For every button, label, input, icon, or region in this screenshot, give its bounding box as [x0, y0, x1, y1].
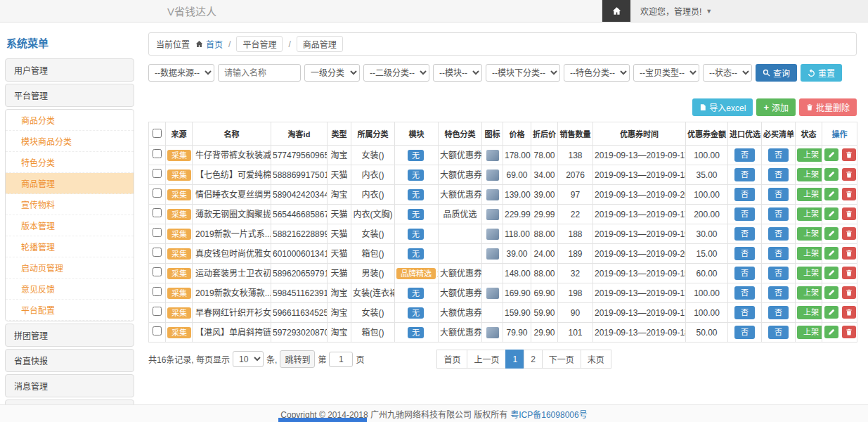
page-button[interactable]: 首页 — [436, 350, 467, 369]
filter-select[interactable]: --宝贝类型-- — [633, 64, 699, 82]
sidebar-submenu-item[interactable]: 平台配置 — [6, 300, 134, 321]
status-toggle[interactable]: 上架 — [797, 168, 822, 181]
delete-button[interactable] — [842, 326, 856, 338]
delete-button[interactable] — [842, 267, 856, 279]
page-button[interactable]: 末页 — [581, 350, 611, 369]
sidebar-submenu-item[interactable]: 启动页管理 — [6, 257, 134, 279]
edit-button[interactable] — [824, 148, 838, 161]
must-buy-toggle[interactable]: 否 — [768, 227, 789, 240]
sidebar-menu-item[interactable]: 用户管理 — [5, 58, 134, 82]
row-checkbox[interactable] — [153, 307, 162, 316]
sidebar-menu-item[interactable]: 平台管理 — [5, 84, 134, 107]
edit-button[interactable] — [824, 168, 838, 181]
edit-button[interactable] — [824, 267, 838, 279]
page-number-input[interactable] — [329, 352, 353, 367]
edit-button[interactable] — [824, 207, 838, 220]
import-select-toggle[interactable]: 否 — [734, 148, 755, 161]
sidebar-submenu-item[interactable]: 版本管理 — [6, 215, 134, 236]
import-select-toggle[interactable]: 否 — [734, 267, 755, 279]
breadcrumb-item[interactable]: 商品管理 — [297, 36, 343, 52]
name-search-input[interactable] — [218, 64, 301, 82]
row-checkbox[interactable] — [153, 169, 162, 178]
page-button[interactable]: 2 — [524, 350, 543, 369]
sidebar-submenu-item[interactable]: 商品分类 — [6, 110, 134, 131]
filter-select[interactable]: --特色分类-- — [564, 64, 630, 82]
icp-link[interactable]: 粤ICP备16098006号 — [510, 408, 587, 420]
add-button[interactable]: + 添加 — [756, 98, 796, 116]
import-excel-button[interactable]: 导入excel — [692, 98, 753, 116]
page-button[interactable]: 上一页 — [467, 350, 506, 369]
filter-select[interactable]: 一级分类 — [304, 64, 360, 82]
status-toggle[interactable]: 上架 — [797, 326, 822, 338]
edit-button[interactable] — [824, 326, 838, 338]
edit-button[interactable] — [824, 286, 838, 299]
edit-button[interactable] — [824, 188, 838, 200]
sidebar-submenu-item[interactable]: 特色分类 — [6, 152, 134, 173]
jump-button[interactable]: 跳转到 — [280, 350, 315, 368]
status-toggle[interactable]: 上架 — [797, 227, 822, 240]
import-select-toggle[interactable]: 否 — [734, 247, 755, 260]
delete-button[interactable] — [842, 168, 856, 181]
sidebar-submenu-item[interactable]: 轮播管理 — [6, 236, 134, 257]
row-checkbox[interactable] — [153, 267, 162, 276]
status-toggle[interactable]: 上架 — [797, 306, 822, 319]
must-buy-toggle[interactable]: 否 — [768, 267, 789, 279]
filter-select[interactable]: --二级分类-- — [363, 64, 429, 82]
page-button[interactable]: 1 — [505, 350, 524, 369]
row-checkbox[interactable] — [153, 248, 162, 257]
must-buy-toggle[interactable]: 否 — [768, 148, 789, 161]
row-checkbox[interactable] — [153, 228, 162, 237]
search-button[interactable]: 查询 — [756, 64, 797, 82]
breadcrumb-home-link[interactable]: 首页 — [195, 38, 223, 50]
delete-button[interactable] — [842, 188, 856, 200]
row-checkbox[interactable] — [153, 149, 162, 158]
import-select-toggle[interactable]: 否 — [734, 306, 755, 319]
home-button[interactable] — [602, 0, 630, 22]
filter-select[interactable]: --模块-- — [433, 64, 482, 82]
delete-button[interactable] — [842, 227, 856, 240]
delete-button[interactable] — [842, 207, 856, 220]
import-select-toggle[interactable]: 否 — [734, 207, 755, 220]
must-buy-toggle[interactable]: 否 — [768, 168, 789, 181]
status-toggle[interactable]: 上架 — [797, 286, 822, 299]
sidebar-submenu-item[interactable]: 商品管理 — [6, 173, 134, 194]
filter-select-data-source[interactable]: --数据来源-- — [148, 64, 214, 82]
sidebar-submenu-item[interactable]: 模块商品分类 — [6, 131, 134, 152]
row-checkbox[interactable] — [153, 287, 162, 296]
select-all-checkbox[interactable] — [153, 129, 162, 138]
edit-button[interactable] — [824, 227, 838, 240]
status-toggle[interactable]: 上架 — [797, 247, 822, 260]
page-button[interactable]: 下一页 — [542, 350, 581, 369]
sidebar-submenu-item[interactable]: 宣传物料 — [6, 194, 134, 215]
sidebar-menu-item[interactable]: 消息管理 — [5, 374, 134, 397]
sidebar-submenu-item[interactable]: 意见反馈 — [6, 279, 134, 300]
status-toggle[interactable]: 上架 — [797, 188, 822, 200]
import-select-toggle[interactable]: 否 — [734, 168, 755, 181]
row-checkbox[interactable] — [153, 326, 162, 335]
must-buy-toggle[interactable]: 否 — [768, 286, 789, 299]
delete-button[interactable] — [842, 247, 856, 260]
import-select-toggle[interactable]: 否 — [734, 188, 755, 200]
status-toggle[interactable]: 上架 — [797, 207, 822, 220]
row-checkbox[interactable] — [153, 208, 162, 217]
sidebar-menu-item[interactable]: 拼团管理 — [5, 324, 134, 347]
row-checkbox[interactable] — [153, 188, 162, 198]
import-select-toggle[interactable]: 否 — [734, 326, 755, 338]
must-buy-toggle[interactable]: 否 — [768, 247, 789, 260]
batch-delete-button[interactable]: 批量删除 — [799, 98, 857, 116]
must-buy-toggle[interactable]: 否 — [768, 326, 789, 338]
edit-button[interactable] — [824, 247, 838, 260]
delete-button[interactable] — [842, 148, 856, 161]
filter-select[interactable]: --模块下分类-- — [486, 64, 560, 82]
must-buy-toggle[interactable]: 否 — [768, 188, 789, 200]
edit-button[interactable] — [824, 306, 838, 319]
must-buy-toggle[interactable]: 否 — [768, 306, 789, 319]
delete-button[interactable] — [842, 306, 856, 319]
sidebar-menu-item[interactable]: 省直快报 — [5, 349, 134, 372]
user-menu[interactable]: 欢迎您，管理员! ▼ — [630, 0, 722, 22]
per-page-select[interactable]: 10 — [233, 351, 264, 367]
delete-button[interactable] — [842, 286, 856, 299]
import-select-toggle[interactable]: 否 — [734, 286, 755, 299]
reset-button[interactable]: 重置 — [801, 64, 842, 82]
status-toggle[interactable]: 上架 — [797, 267, 822, 279]
